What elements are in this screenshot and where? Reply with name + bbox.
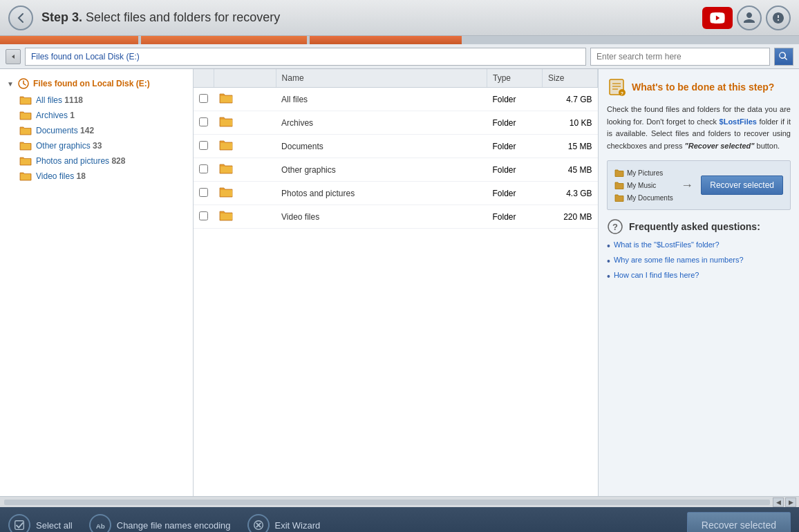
faq-item[interactable]: •What is the "$LostFiles" folder? (607, 240, 791, 252)
table-row: Archives Folder 10 KB (194, 111, 598, 135)
row-name-cell: Documents (276, 135, 487, 158)
row-size-cell: 220 MB (543, 205, 598, 229)
tree-item-other-graphics[interactable]: Other graphics 33 (0, 138, 193, 153)
row-folder-name[interactable]: Documents (281, 142, 481, 151)
file-table: Name Type Size All files Folder 4.7 GB (194, 69, 598, 229)
exit-label: Exit Wizard (275, 520, 321, 531)
faq-item[interactable]: •Why are some file names in numbers? (607, 256, 791, 267)
table-row: Other graphics Folder 45 MB (194, 158, 598, 182)
svg-text:?: ? (621, 91, 623, 96)
folder-icon (19, 171, 32, 182)
row-checkbox-cell (194, 158, 214, 182)
folder-icon (19, 95, 32, 106)
row-size-cell: 4.3 GB (543, 182, 598, 205)
header-icons (702, 6, 791, 30)
row-folder-icon-cell (214, 158, 276, 182)
row-type-cell: Folder (487, 88, 543, 111)
row-checkbox[interactable] (199, 164, 208, 173)
tree-item-label: Other graphics 33 (36, 141, 102, 151)
faq-bullet: • (607, 256, 610, 267)
row-folder-name[interactable]: Archives (281, 118, 481, 128)
scrollbar-area: ◀ ▶ (0, 496, 799, 507)
path-bar (0, 44, 799, 69)
row-folder-icon-cell (214, 88, 276, 111)
faq-item[interactable]: •How can I find files here? (607, 271, 791, 283)
back-button[interactable] (8, 6, 33, 30)
help-button[interactable] (766, 6, 791, 30)
row-checkbox-cell (194, 88, 214, 111)
user-button[interactable] (737, 6, 762, 30)
row-size-cell: 45 MB (543, 158, 598, 182)
row-folder-icon-cell (214, 135, 276, 158)
table-row: Photos and pictures Folder 4.3 GB (194, 182, 598, 205)
table-folder-icon (219, 139, 233, 151)
tree-item-video-files[interactable]: Video files 18 (0, 169, 193, 184)
diagram-file-label-1: My Pictures (627, 169, 663, 177)
step-label: Step 3. (41, 10, 82, 24)
collapse-panel-button[interactable] (6, 49, 21, 64)
tree-root-item[interactable]: ▼ Files found on Local Disk (E:) (0, 75, 193, 93)
faq-item-text: What is the "$LostFiles" folder? (614, 240, 720, 249)
help-title-text: What's to be done at this step? (632, 82, 774, 93)
row-checkbox[interactable] (199, 211, 208, 220)
tree-item-documents[interactable]: Documents 142 (0, 123, 193, 138)
faq-bullet: • (607, 240, 610, 252)
diagram-folder-icon-3 (614, 193, 624, 202)
faq-items-list: •What is the "$LostFiles" folder?•Why ar… (607, 240, 791, 282)
select-all-button[interactable]: Select all (8, 514, 73, 532)
diagram-file-1: My Pictures (614, 168, 673, 178)
tree-item-all-files[interactable]: All files 1118 (0, 93, 193, 108)
progress-seg-4 (464, 36, 603, 44)
row-folder-name[interactable]: Video files (281, 212, 481, 222)
path-input[interactable] (25, 48, 586, 66)
diagram-area: My Pictures My Music My Documents → Reco… (607, 160, 791, 210)
col-header-name: Name (276, 69, 487, 88)
tree-item-photos[interactable]: Photos and pictures 828 (0, 153, 193, 169)
diagram-recover-button[interactable]: Recover selected (701, 175, 783, 195)
row-folder-name[interactable]: Other graphics (281, 165, 481, 175)
row-folder-name[interactable]: All files (281, 95, 481, 104)
diagram-file-2: My Music (614, 180, 673, 190)
table-folder-icon (219, 92, 233, 104)
diagram-folder-icon-1 (614, 168, 624, 178)
row-folder-name[interactable]: Photos and pictures (281, 189, 481, 198)
tree-root-label: Files found on Local Disk (E:) (33, 79, 150, 88)
select-all-label: Select all (36, 520, 73, 531)
change-encoding-button[interactable]: Ab Change file names encoding (89, 514, 231, 532)
encoding-label: Change file names encoding (117, 520, 231, 531)
row-checkbox[interactable] (199, 94, 208, 103)
step-title: Select files and folders for recovery (82, 10, 280, 24)
page-title: Step 3. Select files and folders for rec… (41, 10, 702, 25)
folder-icon (19, 155, 32, 167)
select-all-icon (8, 514, 30, 532)
faq-title-row: ? Frequently asked questions: (607, 218, 791, 235)
exit-icon (247, 514, 270, 532)
row-checkbox[interactable] (199, 117, 208, 126)
row-folder-icon-cell (214, 205, 276, 229)
youtube-button[interactable] (702, 7, 733, 29)
svg-text:?: ? (612, 222, 618, 232)
search-input[interactable] (590, 48, 770, 66)
right-help-panel: ? What's to be done at this step? Check … (599, 69, 799, 496)
progress-seg-5 (603, 36, 799, 44)
main-content: ▼ Files found on Local Disk (E:) All fil… (0, 69, 799, 496)
progress-seg-2 (141, 36, 307, 44)
row-folder-icon-cell (214, 111, 276, 135)
faq-title-text: Frequently asked questions: (629, 221, 760, 232)
table-folder-icon (219, 186, 233, 198)
recover-selected-button[interactable]: Recover selected (687, 512, 791, 532)
file-table-body: All files Folder 4.7 GB Archives Folder … (194, 88, 598, 229)
tree-item-archives[interactable]: Archives 1 (0, 108, 193, 123)
header: Step 3. Select files and folders for rec… (0, 0, 799, 36)
horizontal-scrollbar[interactable] (4, 500, 770, 505)
search-button[interactable] (774, 48, 793, 66)
tree-collapse-icon[interactable]: ▼ (6, 79, 15, 88)
exit-wizard-button[interactable]: Exit Wizard (247, 514, 321, 532)
row-checkbox[interactable] (199, 188, 208, 197)
table-folder-icon (219, 209, 233, 222)
scroll-right-button[interactable]: ▶ (785, 497, 796, 507)
col-header-size: Size (543, 69, 598, 88)
table-row: Documents Folder 15 MB (194, 135, 598, 158)
scroll-left-button[interactable]: ◀ (773, 497, 784, 507)
row-checkbox[interactable] (199, 141, 208, 150)
